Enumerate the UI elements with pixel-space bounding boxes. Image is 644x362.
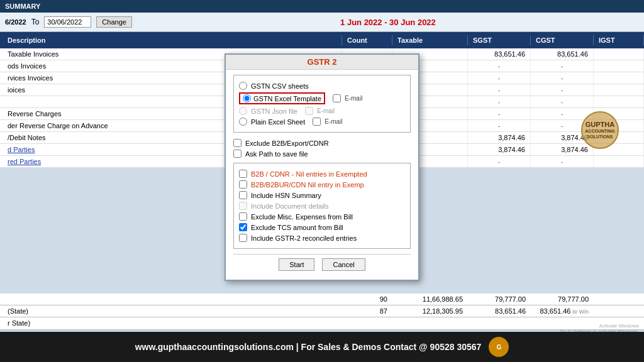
dialog-title: GSTR 2	[226, 55, 418, 70]
cb-hsn[interactable]	[239, 191, 247, 199]
checkbox-ask-path: Ask Path to save file	[233, 148, 411, 159]
totals-sgst-1: 79,777.00	[468, 293, 531, 305]
from-date-label: 6/2022	[5, 18, 26, 26]
col-igst: IGST	[594, 35, 644, 45]
dialog-footer: Start Cancel	[233, 254, 411, 275]
cb-doc[interactable]	[239, 202, 247, 210]
totals-label-1	[0, 293, 342, 305]
radio-excel-label: GSTN Excel Template	[253, 95, 321, 102]
radio-plain[interactable]	[239, 118, 247, 126]
radio-section: GSTN CSV sheets GSTN Excel Template E-ma…	[233, 75, 411, 133]
checkbox-json-email[interactable]	[305, 107, 313, 115]
cb-misc-row: Exclude Misc. Expenses from Bill	[239, 211, 405, 222]
totals-igst-2	[594, 305, 644, 317]
cb-ask-path[interactable]	[233, 150, 242, 158]
highlight-box: GSTN Excel Template	[239, 92, 325, 104]
cb-doc-label: Include Document details	[251, 202, 329, 210]
table-header: Description Count Taxable SGST CGST IGST	[0, 32, 644, 48]
cb-exclude-b2b[interactable]	[233, 139, 242, 147]
totals-taxable-1: 11,66,988.65	[392, 293, 468, 305]
cb-ask-path-label: Ask Path to save file	[245, 150, 308, 158]
start-button[interactable]: Start	[279, 258, 314, 271]
radio-row-plain: Plain Excel Sheet E-mail	[239, 116, 405, 127]
dialog-body: GSTN CSV sheets GSTN Excel Template E-ma…	[226, 70, 418, 280]
change-button[interactable]: Change	[96, 16, 132, 28]
top-bar: SUMMARY	[0, 0, 644, 13]
col-taxable: Taxable	[392, 35, 468, 45]
footer-text: www.gupthaaccountingsolutions.com | For …	[135, 342, 482, 352]
bottom-checkboxes: B2B / CDNR - Nil entries in Exempted B2B…	[233, 163, 411, 249]
cb-nil-exempted[interactable]	[239, 170, 247, 178]
cb-nil-exemp[interactable]	[239, 180, 247, 189]
cb-reconciled-label: Include GSTR-2 reconciled entries	[251, 234, 357, 242]
date-range-display: 1 Jun 2022 - 30 Jun 2022	[137, 18, 639, 27]
col-count: Count	[342, 35, 392, 45]
totals-cgst-2: 83,651.46 te Win	[531, 305, 594, 317]
main-content: Taxable Invoices83,651.4683,651.46 ods I…	[0, 48, 644, 293]
totals-count-1: 90	[342, 293, 392, 305]
cb-nil-exempted-row: B2B / CDNR - Nil entries in Exempted	[239, 168, 405, 179]
footer-bar: www.gupthaaccountingsolutions.com | For …	[0, 332, 644, 362]
totals-taxable-3	[392, 317, 468, 329]
col-cgst: CGST	[531, 35, 594, 45]
checkbox-exclude-b2b: Exclude B2B/Export/CDNR	[233, 138, 411, 148]
radio-json-label: GSTN Json file	[251, 107, 297, 115]
footer-logo: G	[489, 337, 509, 357]
cb-misc[interactable]	[239, 212, 247, 221]
totals-sgst-3	[468, 317, 531, 329]
radio-plain-label: Plain Excel Sheet	[251, 118, 305, 126]
totals-count-2: 87	[342, 305, 392, 317]
cb-exclude-b2b-label: Exclude B2B/Export/CDNR	[245, 140, 329, 147]
cb-tcs-label: Exclude TCS amount from Bill	[251, 224, 343, 231]
totals-igst-1	[594, 293, 644, 305]
col-sgst: SGST	[468, 35, 531, 45]
cancel-button[interactable]: Cancel	[322, 258, 365, 271]
totals-row-1: 90 11,66,988.65 79,777.00 79,777.00	[0, 293, 644, 305]
cb-nil-exempted-label: B2B / CDNR - Nil entries in Exempted	[251, 170, 367, 178]
cb-nil-exemp-row: B2B/B2BUR/CDN Nil entry in Exemp	[239, 179, 405, 190]
date-row: 6/2022 To Change 1 Jun 2022 - 30 Jun 202…	[0, 13, 644, 32]
totals-section: 90 11,66,988.65 79,777.00 79,777.00 (Sta…	[0, 293, 644, 330]
to-label: To	[31, 18, 40, 26]
radio-row-excel: GSTN Excel Template E-mail	[239, 91, 405, 106]
totals-row-3: r State)	[0, 317, 644, 330]
radio-csv[interactable]	[239, 82, 247, 90]
col-description: Description	[0, 35, 342, 45]
json-email-label: E-mail	[317, 107, 335, 114]
cb-hsn-row: Include HSN Summary	[239, 190, 405, 200]
totals-row-2: (State) 87 12,18,305.95 83,651.46 83,651…	[0, 305, 644, 317]
excel-email-label: E-mail	[345, 95, 362, 102]
checkbox-excel-email[interactable]	[333, 94, 341, 102]
cb-tcs-row: Exclude TCS amount from Bill	[239, 222, 405, 233]
to-date-input[interactable]	[44, 16, 91, 28]
cb-nil-exemp-label: B2B/B2BUR/CDN Nil entry in Exemp	[251, 181, 364, 189]
checkbox-plain-email[interactable]	[313, 118, 321, 126]
summary-title: SUMMARY	[5, 3, 40, 10]
cb-misc-label: Exclude Misc. Expenses from Bill	[251, 213, 353, 221]
cb-reconciled-row: Include GSTR-2 reconciled entries	[239, 233, 405, 243]
radio-row-json: GSTN Json file E-mail	[239, 106, 405, 116]
radio-row-csv: GSTN CSV sheets	[239, 80, 405, 91]
win-watermark-line1: Activate Windows	[560, 323, 639, 329]
totals-label-2: (State)	[0, 305, 342, 317]
gstr2-dialog: GSTR 2 GSTN CSV sheets GST	[225, 53, 419, 281]
totals-label-3: r State)	[0, 317, 342, 329]
top-checkboxes: Exclude B2B/Export/CDNR Ask Path to save…	[233, 138, 411, 159]
plain-email-label: E-mail	[325, 118, 342, 125]
cb-hsn-label: Include HSN Summary	[251, 192, 321, 199]
radio-json[interactable]	[239, 107, 247, 115]
cb-tcs[interactable]	[239, 223, 247, 231]
totals-sgst-2: 83,651.46	[468, 305, 531, 317]
totals-cgst-1: 79,777.00	[531, 293, 594, 305]
dialog-overlay: GSTR 2 GSTN CSV sheets GST	[0, 48, 644, 293]
cb-reconciled[interactable]	[239, 234, 247, 242]
cb-doc-row: Include Document details	[239, 200, 405, 211]
totals-taxable-2: 12,18,305.95	[392, 305, 468, 317]
totals-count-3	[342, 317, 392, 329]
radio-csv-label: GSTN CSV sheets	[251, 82, 309, 90]
radio-excel[interactable]	[243, 94, 251, 102]
